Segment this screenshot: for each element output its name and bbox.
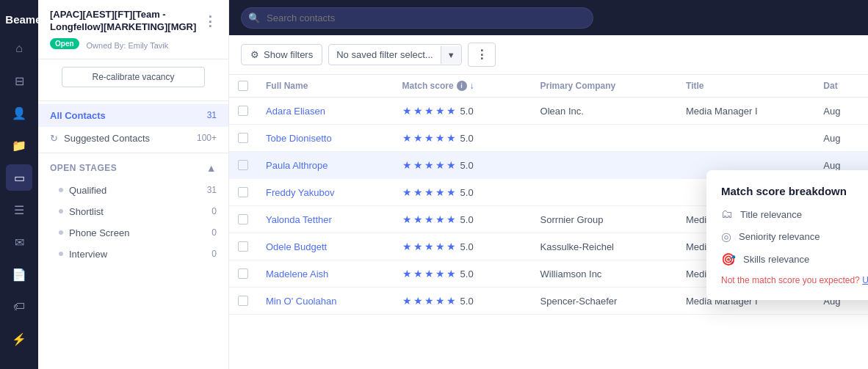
sidebar-item-all-contacts[interactable]: All Contacts 31 xyxy=(38,104,228,127)
search-input[interactable] xyxy=(241,7,593,29)
sidebar-stage-item[interactable]: Phone Screen 0 xyxy=(38,222,228,244)
star-filled: ★ xyxy=(446,105,456,117)
main-content: 🔍 ⚙ Show filters No saved filter select.… xyxy=(229,0,868,369)
match-score-info-icon[interactable]: i xyxy=(457,81,467,91)
vacancy-title: [APAC][AEST][FT][Team - Longfellow][MARK… xyxy=(50,9,199,34)
nav-briefcase-icon[interactable]: ▭ xyxy=(6,164,32,191)
row-score-cell: ★★★★★ 5.0 xyxy=(394,152,532,179)
nav-folder-icon[interactable]: 📁 xyxy=(6,132,32,158)
saved-filter-text: No saved filter select... xyxy=(329,45,441,65)
vacancy-more-icon[interactable]: ⋮ xyxy=(203,13,217,29)
nav-email-icon[interactable]: ✉ xyxy=(6,229,32,255)
table-row: Adara Eliasen ★★★★★ 5.0 Olean Inc. Media… xyxy=(229,98,868,125)
sidebar-stage-item[interactable]: Interview 0 xyxy=(38,244,228,265)
nav-home-icon[interactable]: ⌂ xyxy=(6,35,32,62)
score-value: 5.0 xyxy=(460,268,474,280)
refresh-icon: ↻ xyxy=(50,133,58,144)
contact-name-link[interactable]: Freddy Yakubov xyxy=(266,187,334,198)
star-filled: ★ xyxy=(446,186,456,198)
sort-icon[interactable]: ↓ xyxy=(470,81,474,91)
star-filled: ★ xyxy=(446,159,456,171)
more-options-icon: ⋮ xyxy=(476,48,488,61)
nav-file-icon[interactable]: 📄 xyxy=(6,261,32,288)
row-company-cell xyxy=(532,125,677,152)
row-checkbox[interactable] xyxy=(238,296,248,306)
nav-contacts-icon[interactable]: 👤 xyxy=(6,100,32,126)
stars: ★★★★★ xyxy=(402,132,456,144)
row-checkbox[interactable] xyxy=(238,187,248,197)
col-match-score: Match score i ↓ xyxy=(394,75,532,98)
star-filled: ★ xyxy=(424,241,434,252)
show-filters-button[interactable]: ⚙ Show filters xyxy=(241,44,322,65)
table-row: Tobe Dionisetto ★★★★★ 5.0 Aug xyxy=(229,125,868,152)
stage-dot xyxy=(59,230,63,235)
row-checkbox[interactable] xyxy=(238,133,248,143)
star-filled: ★ xyxy=(413,186,423,198)
contact-name-link[interactable]: Paula Althrope xyxy=(266,160,328,171)
contact-name-link[interactable]: Yalonda Tetther xyxy=(266,214,332,225)
row-checkbox-cell xyxy=(229,152,257,179)
sidebar-title-row: [APAC][AEST][FT][Team - Longfellow][MARK… xyxy=(50,9,217,34)
search-bar: 🔍 xyxy=(241,7,593,29)
recalibrate-button[interactable]: Re-calibrate vacancy xyxy=(62,67,205,87)
star-filled: ★ xyxy=(402,159,412,171)
stages-list: Qualified 31 Shortlist 0 Phone Screen 0 … xyxy=(38,180,228,265)
star-filled: ★ xyxy=(446,241,456,252)
sidebar-item-suggested-contacts[interactable]: ↻ Suggested Contacts 100+ xyxy=(38,127,228,150)
row-checkbox[interactable] xyxy=(238,106,248,116)
row-checkbox[interactable] xyxy=(238,214,248,224)
sidebar-stage-item[interactable]: Qualified 31 xyxy=(38,180,228,201)
stars: ★★★★★ xyxy=(402,241,456,252)
row-checkbox[interactable] xyxy=(238,241,248,252)
star-filled: ★ xyxy=(402,132,412,144)
popover-row-icon: ◎ xyxy=(721,230,731,244)
row-checkbox-cell xyxy=(229,260,257,288)
row-checkbox[interactable] xyxy=(238,268,248,279)
open-stages-collapse-icon[interactable]: ▲ xyxy=(206,162,217,174)
row-name-cell: Freddy Yakubov xyxy=(257,179,394,206)
stage-count: 0 xyxy=(211,227,217,238)
nav-tag-icon[interactable]: 🏷 xyxy=(6,293,32,320)
star-filled: ★ xyxy=(402,295,412,307)
row-checkbox-cell xyxy=(229,125,257,152)
select-all-checkbox[interactable] xyxy=(238,81,248,91)
update-calibration-link[interactable]: Update vacancy calibration xyxy=(862,275,868,285)
star-filled: ★ xyxy=(446,268,456,280)
contacts-table-wrap: Full Name Match score i ↓ Primary Compan… xyxy=(229,75,868,369)
row-score-cell: ★★★★★ 5.0 xyxy=(394,179,532,206)
sidebar-stage-item[interactable]: Shortlist 0 xyxy=(38,201,228,222)
score-value: 5.0 xyxy=(460,133,474,144)
contact-name-link[interactable]: Madelene Aish xyxy=(266,268,328,280)
row-checkbox[interactable] xyxy=(238,160,248,170)
search-icon: 🔍 xyxy=(248,12,260,23)
popover-row-left: 🎯 Skills relevance xyxy=(721,252,809,266)
saved-filter-dropdown[interactable]: No saved filter select... ▼ xyxy=(328,44,461,65)
open-stages-header: Open Stages ▲ xyxy=(38,156,228,180)
row-name-cell: Min O' Cuolahan xyxy=(257,288,394,315)
owned-by-label: Owned By: Emily Tavik xyxy=(87,41,169,50)
popover-row-icon: 🎯 xyxy=(721,252,736,266)
left-nav: Beamery ⌂ ⊟ 👤 📁 ▭ ☰ ✉ 📄 🏷 ⚡ xyxy=(0,0,38,369)
score-stars-wrap: ★★★★★ 5.0 xyxy=(402,295,474,307)
nav-list-icon[interactable]: ☰ xyxy=(6,197,32,223)
score-value: 5.0 xyxy=(460,214,474,225)
star-filled: ★ xyxy=(446,213,456,225)
contact-name-link[interactable]: Odele Budgett xyxy=(266,241,327,252)
stars: ★★★★★ xyxy=(402,268,456,280)
stage-count: 0 xyxy=(211,249,217,259)
stage-item-left: Qualified xyxy=(59,185,106,196)
nav-filter-icon[interactable]: ⚡ xyxy=(6,326,32,352)
nav-bookmark-icon[interactable]: ⊟ xyxy=(6,67,32,94)
more-options-button[interactable]: ⋮ xyxy=(468,43,496,67)
popover-row-left: ◎ Seniority relevance xyxy=(721,230,820,244)
star-filled: ★ xyxy=(424,105,434,117)
row-name-cell: Paula Althrope xyxy=(257,152,394,179)
contact-name-link[interactable]: Adara Eliasen xyxy=(266,106,325,117)
star-filled: ★ xyxy=(413,241,423,252)
star-filled: ★ xyxy=(435,213,445,225)
suggested-contacts-label: Suggested Contacts xyxy=(64,133,150,144)
contact-name-link[interactable]: Min O' Cuolahan xyxy=(266,296,336,307)
row-company-cell: Williamson Inc xyxy=(532,260,677,288)
contact-name-link[interactable]: Tobe Dionisetto xyxy=(266,133,332,144)
row-title-cell: Media Manager I xyxy=(677,98,814,125)
